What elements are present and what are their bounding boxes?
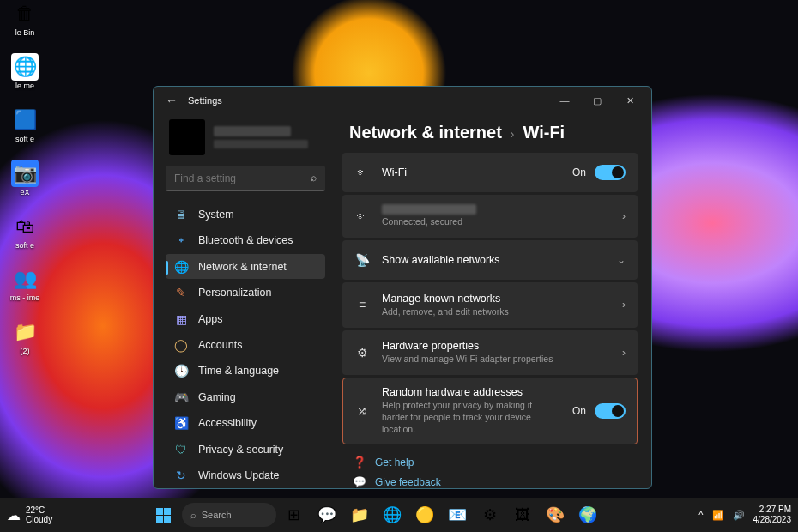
shuffle-icon: ⤮ <box>354 404 370 418</box>
wifi-icon: ᯤ <box>354 166 370 179</box>
apps-icon: ▦ <box>174 312 188 326</box>
card-wifi-toggle[interactable]: ᯤ Wi-Fi On <box>342 153 638 192</box>
store-icon: 🛍 <box>11 213 39 240</box>
wifi-toggle[interactable] <box>595 165 626 180</box>
ssid-blurred <box>382 204 476 215</box>
chrome-icon: 🌐 <box>11 53 39 81</box>
random-hw-toggle[interactable] <box>595 403 626 419</box>
tb-app-edge[interactable]: 🌐 <box>378 500 407 529</box>
content-pane: Network & internet › Wi-Fi ᯤ Wi-Fi On ᯤ <box>334 114 651 488</box>
settings-search[interactable]: ⌕ <box>166 166 325 191</box>
gaming-icon: 🎮 <box>174 390 188 404</box>
nav-accounts[interactable]: ◯Accounts <box>166 332 325 357</box>
maximize-button[interactable]: ▢ <box>581 88 614 112</box>
chrome-shortcut[interactable]: 🌐le me <box>3 53 46 91</box>
sidebar: ⌕ 🖥System ᛭Bluetooth & devices 🌐Network … <box>154 114 334 488</box>
chevron-right-icon: › <box>622 347 626 359</box>
card-hardware-properties[interactable]: ⚙ Hardware properties View and manage Wi… <box>342 330 638 375</box>
nav-list: 🖥System ᛭Bluetooth & devices 🌐Network & … <box>166 202 325 488</box>
taskbar-clock[interactable]: 2:27 PM 4/28/2023 <box>753 505 792 525</box>
breadcrumb: Network & internet › Wi-Fi <box>342 119 646 153</box>
update-icon: ↻ <box>174 469 188 482</box>
personalization-icon: ✎ <box>174 286 188 299</box>
tb-app-chrome[interactable]: 🟡 <box>410 500 439 529</box>
start-button[interactable] <box>149 500 178 529</box>
wifi-connected-icon: ᯤ <box>354 209 370 223</box>
network-icon: 🌐 <box>174 260 188 274</box>
tray-chevron-icon[interactable]: ^ <box>698 510 703 520</box>
search-input[interactable] <box>166 166 325 191</box>
card-current-network[interactable]: ᯤ Connected, secured › <box>342 195 638 238</box>
search-icon: ⌕ <box>311 172 317 184</box>
search-icon: ⌕ <box>190 510 196 520</box>
gear-icon: ⚙ <box>354 346 370 360</box>
nav-windows-update[interactable]: ↻Windows Update <box>166 463 325 488</box>
taskbar-tray[interactable]: ^ 📶 🔊 2:27 PM 4/28/2023 <box>698 505 791 525</box>
card-manage-known[interactable]: ≡ Manage known networks Add, remove, and… <box>342 282 638 327</box>
feedback-icon: 💬 <box>353 475 366 488</box>
tb-app-mail[interactable]: 📧 <box>443 500 472 529</box>
card-show-available[interactable]: 📡 Show available networks ⌄ <box>342 240 638 280</box>
recycle-bin-icon: 🗑 <box>11 0 39 27</box>
back-button[interactable]: ← <box>166 94 183 107</box>
list-icon: ≡ <box>354 298 370 311</box>
nav-bluetooth[interactable]: ᛭Bluetooth & devices <box>166 227 325 252</box>
chevron-right-icon: › <box>511 127 515 141</box>
tb-app-7[interactable]: 🌍 <box>573 500 602 529</box>
minimize-button[interactable]: — <box>548 88 581 112</box>
edge-icon: 🟦 <box>11 106 39 134</box>
give-feedback-link[interactable]: 💬Give feedback <box>353 475 638 488</box>
user-email-blurred <box>214 140 308 148</box>
close-button[interactable]: ✕ <box>614 88 646 112</box>
nav-system[interactable]: 🖥System <box>166 202 325 227</box>
nav-time-language[interactable]: 🕓Time & language <box>166 359 325 384</box>
shield-icon: 🛡 <box>174 443 188 456</box>
nav-accessibility[interactable]: ♿Accessibility <box>166 411 325 436</box>
get-help-link[interactable]: ❓Get help <box>353 456 638 469</box>
system-icon: 🖥 <box>174 208 188 221</box>
folder-icon: 📁 <box>11 318 39 346</box>
store-shortcut[interactable]: 🛍soft e <box>3 213 46 251</box>
chevron-right-icon: › <box>622 210 626 222</box>
tb-app-chat[interactable]: 💬 <box>312 500 342 529</box>
task-view[interactable]: ⊞ <box>280 500 309 529</box>
tb-app-settings[interactable]: ⚙ <box>475 500 505 529</box>
nav-personalization[interactable]: ✎Personalization <box>166 280 325 305</box>
avatar <box>169 119 205 155</box>
sharex-shortcut[interactable]: 📷eX <box>3 160 46 197</box>
card-random-hw-addresses[interactable]: ⤮ Random hardware addresses Help protect… <box>342 378 638 444</box>
nav-network[interactable]: 🌐Network & internet <box>166 254 325 279</box>
clock-icon: 🕓 <box>174 364 188 378</box>
window-title: Settings <box>188 95 222 106</box>
microsoft-edge-shortcut[interactable]: 🟦soft e <box>3 106 46 144</box>
accessibility-icon: ♿ <box>174 416 188 430</box>
taskbar-weather[interactable]: ☁ 22°C Cloudy <box>7 505 52 524</box>
teams-shortcut[interactable]: 👥ms - ime <box>3 265 46 303</box>
settings-cards: ᯤ Wi-Fi On ᯤ Connected, secured › <box>342 153 646 488</box>
recycle-bin[interactable]: 🗑le Bin <box>3 0 46 38</box>
nav-apps[interactable]: ▦Apps <box>166 306 325 331</box>
bluetooth-icon: ᛭ <box>174 233 188 247</box>
breadcrumb-current: Wi-Fi <box>523 123 565 142</box>
tb-app-explorer[interactable]: 📁 <box>345 500 374 529</box>
taskbar-center: ⌕Search ⊞ 💬 📁 🌐 🟡 📧 ⚙ 🖼 🎨 🌍 <box>52 500 698 529</box>
help-icon: ❓ <box>353 456 366 469</box>
nav-privacy[interactable]: 🛡Privacy & security <box>166 437 325 462</box>
tb-app-photos[interactable]: 🖼 <box>508 500 537 529</box>
weather-icon: ☁ <box>7 507 21 523</box>
teams-icon: 👥 <box>11 265 39 293</box>
settings-window: ← Settings — ▢ ✕ ⌕ 🖥System ᛭Bluetooth & … <box>153 86 652 489</box>
tb-app-6[interactable]: 🎨 <box>541 500 570 529</box>
user-name-blurred <box>214 126 291 136</box>
taskbar-search[interactable]: ⌕Search <box>182 503 276 527</box>
accounts-icon: ◯ <box>174 338 188 352</box>
user-account-block[interactable] <box>166 119 325 155</box>
folder-shortcut[interactable]: 📁(2) <box>3 318 46 356</box>
titlebar: ← Settings — ▢ ✕ <box>154 87 651 114</box>
tray-volume-icon[interactable]: 🔊 <box>733 510 745 521</box>
chevron-down-icon: ⌄ <box>617 254 626 266</box>
nav-gaming[interactable]: 🎮Gaming <box>166 384 325 409</box>
antenna-icon: 📡 <box>354 253 370 267</box>
tray-wifi-icon[interactable]: 📶 <box>712 510 724 521</box>
breadcrumb-parent[interactable]: Network & internet <box>349 123 502 142</box>
